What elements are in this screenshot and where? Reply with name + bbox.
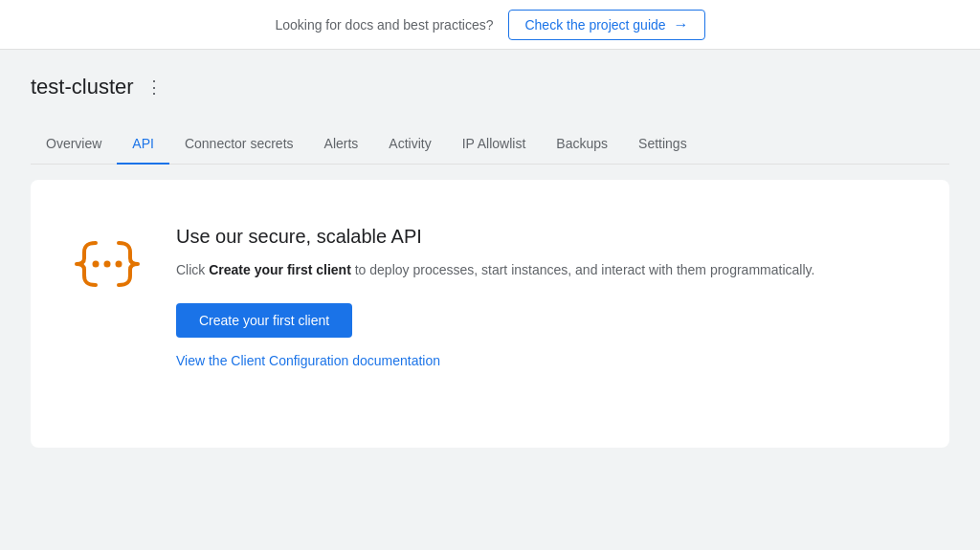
svg-point-0	[93, 261, 100, 268]
cluster-name: test-cluster	[31, 75, 134, 99]
tab-backups[interactable]: Backups	[541, 124, 623, 165]
cluster-header: test-cluster ⋮	[31, 73, 949, 101]
nav-tabs: Overview API Connector secrets Alerts Ac…	[31, 124, 949, 165]
api-card: Use our secure, scalable API Click Creat…	[31, 180, 949, 448]
more-options-icon[interactable]: ⋮	[142, 73, 167, 101]
arrow-icon: →	[674, 16, 689, 33]
description-bold: Create your first client	[209, 262, 351, 277]
api-description: Click Create your first client to deploy…	[176, 259, 911, 280]
api-icon	[69, 226, 145, 302]
description-prefix: Click	[176, 262, 209, 277]
page-content: test-cluster ⋮ Overview API Connector se…	[0, 50, 980, 471]
tab-settings[interactable]: Settings	[623, 124, 702, 165]
check-project-guide-button[interactable]: Check the project guide →	[508, 10, 704, 40]
tab-ip-allowlist[interactable]: IP Allowlist	[447, 124, 542, 165]
guide-button-label: Check the project guide	[524, 17, 665, 33]
api-content: Use our secure, scalable API Click Creat…	[176, 226, 911, 368]
tab-activity[interactable]: Activity	[373, 124, 446, 165]
tab-connector-secrets[interactable]: Connector secrets	[169, 124, 309, 165]
tab-overview[interactable]: Overview	[31, 124, 117, 165]
doc-link[interactable]: View the Client Configuration documentat…	[176, 353, 911, 368]
create-first-client-button[interactable]: Create your first client	[176, 303, 352, 338]
description-suffix: to deploy processes, start instances, an…	[351, 262, 815, 277]
svg-point-2	[116, 261, 122, 268]
tab-alerts[interactable]: Alerts	[309, 124, 374, 165]
tab-api[interactable]: API	[117, 124, 169, 165]
top-banner: Looking for docs and best practices? Che…	[0, 0, 980, 50]
api-title: Use our secure, scalable API	[176, 226, 911, 248]
banner-text: Looking for docs and best practices?	[275, 17, 493, 33]
svg-point-1	[104, 261, 111, 268]
